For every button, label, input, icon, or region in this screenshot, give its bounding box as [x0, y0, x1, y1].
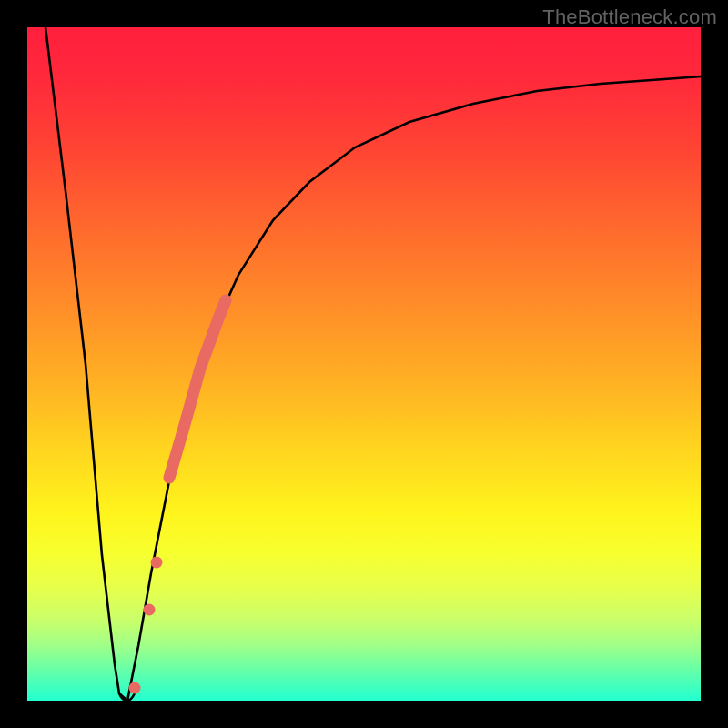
watermark-text: TheBottleneck.com [542, 5, 717, 29]
marker-dot [151, 557, 163, 569]
chart-frame: TheBottleneck.com [0, 0, 728, 728]
marker-dot [144, 604, 156, 616]
marker-dot [129, 682, 141, 694]
highlight-segment [169, 300, 226, 478]
curve-right-branch [127, 76, 701, 701]
curve-left-branch [46, 27, 127, 701]
curve-layer [27, 27, 701, 701]
plot-area [27, 27, 701, 701]
